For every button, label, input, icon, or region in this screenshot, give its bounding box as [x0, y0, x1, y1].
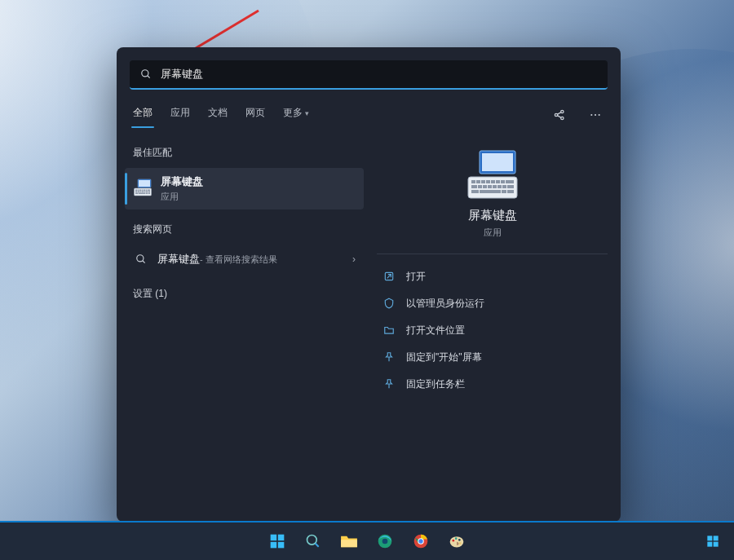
- open-icon: [383, 271, 396, 284]
- svg-rect-20: [142, 189, 144, 191]
- svg-rect-18: [138, 189, 139, 191]
- svg-point-13: [599, 113, 600, 115]
- tab-all[interactable]: 全部: [131, 101, 154, 128]
- pin-icon: [383, 351, 396, 364]
- tab-label: 网页: [245, 107, 265, 118]
- svg-point-4: [142, 70, 148, 77]
- svg-rect-19: [139, 189, 141, 191]
- taskbar-search-button[interactable]: [298, 527, 328, 556]
- action-label: 打开: [406, 270, 426, 284]
- action-open[interactable]: 打开: [377, 264, 608, 289]
- svg-rect-40: [471, 180, 475, 183]
- result-best-match[interactable]: 屏幕键盘 应用: [125, 168, 364, 209]
- action-pin-taskbar[interactable]: 固定到任务栏: [377, 372, 608, 397]
- svg-rect-42: [481, 180, 485, 183]
- search-box[interactable]: [130, 60, 608, 90]
- tab-more[interactable]: 更多▾: [281, 101, 311, 128]
- svg-rect-25: [138, 191, 139, 192]
- result-tail: - 查看网络搜索结果: [200, 254, 277, 266]
- action-label: 固定到任务栏: [406, 377, 465, 391]
- svg-rect-26: [140, 191, 142, 192]
- section-best-match: 最佳匹配: [125, 141, 364, 168]
- result-web-search[interactable]: 屏幕键盘 - 查看网络搜索结果 ›: [125, 245, 364, 274]
- svg-rect-41: [476, 180, 480, 183]
- osk-app-icon: [465, 149, 520, 200]
- action-label: 固定到"开始"屏幕: [406, 351, 482, 364]
- svg-rect-82: [714, 536, 719, 540]
- svg-rect-64: [271, 535, 277, 541]
- tab-label: 更多: [283, 107, 303, 118]
- svg-point-72: [382, 539, 388, 545]
- svg-rect-81: [707, 536, 712, 540]
- svg-rect-43: [486, 180, 490, 183]
- svg-rect-21: [144, 189, 145, 191]
- action-label: 打开文件位置: [406, 324, 465, 337]
- action-pin-start[interactable]: 固定到"开始"屏幕: [377, 345, 608, 370]
- svg-point-80: [459, 542, 462, 545]
- svg-point-78: [455, 537, 458, 540]
- result-title: 屏幕键盘: [161, 174, 203, 189]
- svg-rect-58: [502, 190, 506, 193]
- svg-rect-46: [501, 180, 505, 183]
- detail-title: 屏幕键盘: [468, 208, 517, 223]
- file-explorer-button[interactable]: [334, 527, 364, 556]
- svg-rect-45: [496, 180, 500, 183]
- svg-rect-28: [144, 191, 146, 192]
- osk-app-icon: [133, 179, 153, 200]
- action-label: 以管理员身份运行: [406, 297, 484, 311]
- search-input[interactable]: [161, 68, 599, 81]
- svg-rect-65: [278, 535, 285, 541]
- svg-point-79: [458, 539, 461, 541]
- svg-rect-52: [493, 185, 497, 188]
- svg-rect-48: [471, 185, 477, 188]
- action-open-location[interactable]: 打开文件位置: [377, 318, 608, 343]
- taskbar: [0, 521, 734, 560]
- svg-rect-56: [471, 190, 479, 193]
- svg-line-36: [143, 261, 145, 263]
- pin-icon: [383, 378, 396, 391]
- svg-rect-83: [707, 542, 712, 547]
- svg-rect-59: [507, 190, 514, 193]
- admin-icon: [383, 298, 396, 311]
- svg-rect-15: [139, 180, 150, 187]
- chevron-right-icon: ›: [352, 254, 356, 265]
- svg-rect-22: [146, 189, 148, 191]
- svg-rect-34: [148, 192, 151, 194]
- svg-line-9: [557, 112, 561, 114]
- svg-rect-66: [271, 542, 277, 549]
- svg-rect-53: [497, 185, 502, 188]
- svg-point-75: [418, 539, 422, 543]
- svg-rect-70: [341, 540, 357, 547]
- chevron-down-icon: ▾: [305, 109, 309, 117]
- tab-documents[interactable]: 文档: [206, 101, 229, 128]
- tab-web[interactable]: 网页: [244, 101, 267, 128]
- svg-point-68: [307, 536, 317, 545]
- tab-apps[interactable]: 应用: [169, 101, 192, 128]
- svg-point-12: [595, 113, 596, 115]
- svg-rect-38: [482, 153, 513, 171]
- search-icon: [133, 251, 149, 267]
- svg-point-35: [137, 255, 144, 262]
- show-desktop-button[interactable]: [698, 527, 727, 556]
- svg-rect-54: [502, 185, 506, 188]
- section-search-web: 搜索网页: [125, 218, 364, 245]
- svg-rect-47: [506, 180, 514, 183]
- svg-rect-24: [135, 191, 138, 192]
- svg-point-11: [590, 113, 592, 115]
- edge-button[interactable]: [370, 527, 400, 556]
- more-icon[interactable]: [585, 104, 606, 126]
- svg-rect-17: [135, 189, 137, 191]
- svg-rect-57: [480, 190, 501, 193]
- start-button[interactable]: [263, 527, 292, 556]
- share-icon[interactable]: [549, 104, 570, 126]
- svg-rect-33: [146, 192, 148, 194]
- tab-label: 文档: [208, 107, 228, 118]
- svg-line-10: [557, 115, 561, 117]
- detail-column: 屏幕键盘 应用 打开 以管理员身份运行 打开文件位置 固定到: [369, 133, 621, 522]
- paint-button[interactable]: [442, 527, 471, 556]
- chrome-button[interactable]: [406, 527, 436, 556]
- action-run-as-admin[interactable]: 以管理员身份运行: [377, 291, 608, 316]
- detail-subtitle: 应用: [484, 227, 502, 239]
- svg-rect-50: [483, 185, 487, 188]
- result-subtitle: 应用: [161, 191, 203, 203]
